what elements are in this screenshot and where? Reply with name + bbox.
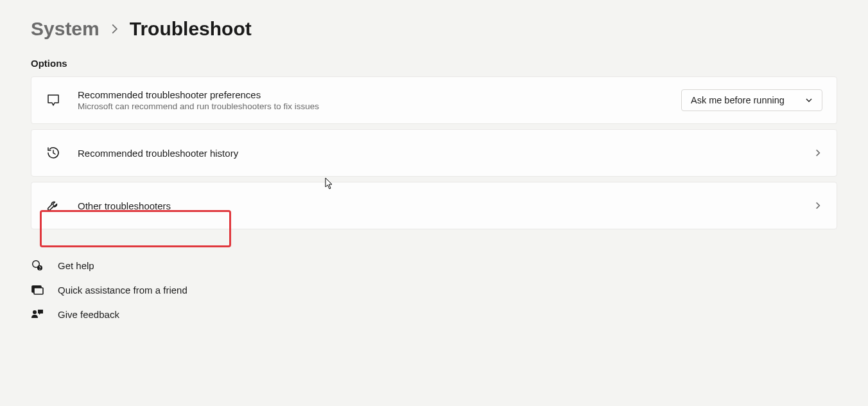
preferences-dropdown[interactable]: Ask me before running <box>681 89 822 111</box>
help-links: Get help Quick assistance from a friend … <box>31 259 837 321</box>
card-title: Recommended troubleshooter history <box>78 148 813 159</box>
card-other-troubleshooters[interactable]: Other troubleshooters <box>31 182 837 229</box>
chevron-right-icon <box>813 148 822 157</box>
card-troubleshooter-history[interactable]: Recommended troubleshooter history <box>31 129 837 177</box>
link-give-feedback[interactable]: Give feedback <box>31 308 837 321</box>
chat-icon <box>46 93 78 108</box>
svg-point-4 <box>33 310 37 314</box>
link-get-help[interactable]: Get help <box>31 259 837 272</box>
link-label: Get help <box>58 260 94 271</box>
chevron-right-icon <box>111 23 118 35</box>
page-title: Troubleshoot <box>130 18 252 40</box>
help-icon <box>31 259 44 272</box>
dropdown-value: Ask me before running <box>691 95 785 105</box>
feedback-icon <box>31 308 44 321</box>
svg-rect-3 <box>34 288 43 294</box>
wrench-icon <box>46 198 78 213</box>
breadcrumb-parent[interactable]: System <box>31 18 100 40</box>
card-title: Other troubleshooters <box>78 200 813 211</box>
card-description: Microsoft can recommend and run troubles… <box>78 102 681 111</box>
chevron-down-icon <box>805 96 813 104</box>
history-icon <box>46 145 78 161</box>
link-label: Give feedback <box>58 309 119 320</box>
link-quick-assist[interactable]: Quick assistance from a friend <box>31 283 837 296</box>
svg-point-1 <box>39 269 40 270</box>
monitor-icon <box>31 283 44 296</box>
link-label: Quick assistance from a friend <box>58 285 187 296</box>
chevron-right-icon <box>813 201 822 210</box>
card-troubleshooter-preferences[interactable]: Recommended troubleshooter preferences M… <box>31 76 837 124</box>
breadcrumb: System Troubleshoot <box>31 18 837 40</box>
card-title: Recommended troubleshooter preferences <box>78 89 681 100</box>
section-header-options: Options <box>31 58 837 69</box>
